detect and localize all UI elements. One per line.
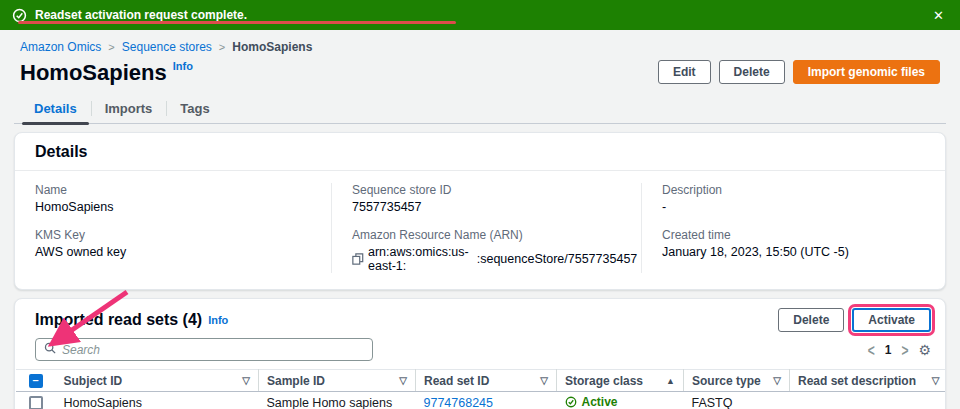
copy-icon[interactable] (352, 253, 364, 265)
cell-description (790, 392, 947, 409)
pagination: < 1 > ⚙ (868, 342, 931, 358)
col-storage-class[interactable]: Storage class▲ (557, 370, 684, 392)
status-check-icon (565, 396, 577, 408)
breadcrumb-amazon-omics[interactable]: Amazon Omics (20, 40, 101, 54)
header-actions: Edit Delete Import genomic files (658, 60, 940, 84)
read-sets-count: (4) (183, 311, 203, 328)
page-header: HomoSapiens Info Edit Delete Import geno… (14, 56, 946, 86)
field-arn: Amazon Resource Name (ARN) arn:aws:omics… (352, 228, 621, 273)
search-icon (44, 342, 56, 357)
breadcrumb-current: HomoSapiens (232, 40, 312, 54)
field-store-id-value: 7557735457 (352, 200, 621, 214)
table-header-row: Subject ID▽ Sample ID▽ Read set ID▽ Stor… (16, 370, 947, 392)
cell-read-set-id: 9774768245 (416, 392, 557, 409)
col-source-type[interactable]: Source type▽ (684, 370, 790, 392)
delete-button[interactable]: Delete (719, 60, 785, 84)
cell-source-type: FASTQ (684, 392, 790, 409)
field-name: Name HomoSapiens (35, 183, 311, 214)
arn-prefix: arn:aws:omics:us-east-1: (368, 245, 469, 273)
main-content: Amazon Omics > Sequence stores > HomoSap… (0, 30, 960, 409)
filter-icon[interactable]: ▽ (399, 375, 407, 386)
filter-icon[interactable]: ▽ (773, 375, 781, 386)
col-subject-id[interactable]: Subject ID▽ (56, 370, 259, 392)
details-body: Name HomoSapiens KMS Key AWS owned key S… (15, 171, 945, 289)
cell-storage-class: Active (557, 392, 684, 409)
field-description: Description - (662, 183, 925, 214)
tab-tags[interactable]: Tags (166, 96, 223, 123)
filter-icon[interactable]: ▽ (242, 375, 250, 386)
search-box[interactable] (35, 338, 373, 361)
field-created-label: Created time (662, 228, 925, 242)
read-sets-card: Imported read sets (4) Info Delete Activ… (14, 298, 946, 409)
field-kms-label: KMS Key (35, 228, 311, 242)
read-sets-actions: Delete Activate (778, 308, 931, 332)
title-info-link[interactable]: Info (173, 60, 193, 72)
field-created-value: January 18, 2023, 15:50 (UTC -5) (662, 245, 925, 259)
field-name-value: HomoSapiens (35, 200, 311, 214)
read-sets-table: Subject ID▽ Sample ID▽ Read set ID▽ Stor… (15, 369, 946, 409)
breadcrumb-separator-icon: > (219, 41, 225, 53)
filter-icon[interactable]: ▽ (540, 375, 548, 386)
field-store-id: Sequence store ID 7557735457 (352, 183, 621, 214)
breadcrumb-separator-icon: > (108, 41, 114, 53)
field-arn-label: Amazon Resource Name (ARN) (352, 228, 621, 242)
import-genomic-files-button[interactable]: Import genomic files (793, 60, 940, 84)
table-row: HomoSapiens Sample Homo sapiens 97747682… (16, 392, 947, 409)
field-kms-value: AWS owned key (35, 245, 311, 259)
settings-gear-icon[interactable]: ⚙ (918, 342, 931, 358)
arn-suffix: :sequenceStore/7557735457 (477, 252, 638, 266)
read-sets-toolbar: < 1 > ⚙ (15, 336, 945, 369)
sort-asc-icon[interactable]: ▲ (666, 376, 675, 386)
field-name-label: Name (35, 183, 311, 197)
field-created-time: Created time January 18, 2023, 15:50 (UT… (662, 228, 925, 259)
col-sample-id[interactable]: Sample ID▽ (259, 370, 416, 392)
details-card-title: Details (35, 143, 87, 161)
cell-subject-id: HomoSapiens (56, 392, 259, 409)
page-title: HomoSapiens (20, 60, 167, 86)
next-page-icon[interactable]: > (901, 340, 908, 360)
read-sets-header: Imported read sets (4) Info Delete Activ… (15, 299, 945, 336)
banner-message: Readset activation request complete. (35, 8, 247, 22)
field-kms-key: KMS Key AWS owned key (35, 228, 311, 259)
read-sets-title: Imported read sets (4) (35, 311, 202, 329)
edit-button[interactable]: Edit (658, 60, 711, 84)
tab-details[interactable]: Details (20, 96, 91, 123)
success-banner: Readset activation request complete. ✕ (0, 0, 960, 30)
field-store-id-label: Sequence store ID (352, 183, 621, 197)
details-card-header: Details (15, 133, 945, 171)
breadcrumb-sequence-stores[interactable]: Sequence stores (122, 40, 212, 54)
banner-close-icon[interactable]: ✕ (929, 8, 948, 23)
current-page[interactable]: 1 (885, 343, 892, 357)
filter-icon[interactable]: ▽ (932, 375, 940, 386)
annotation-underline (18, 21, 456, 24)
col-read-set-id[interactable]: Read set ID▽ (416, 370, 557, 392)
field-description-label: Description (662, 183, 925, 197)
cell-sample-id: Sample Homo sapiens (259, 392, 416, 409)
read-sets-delete-button[interactable]: Delete (778, 308, 844, 332)
field-description-value: - (662, 200, 925, 214)
read-sets-info-link[interactable]: Info (208, 314, 228, 326)
tab-imports[interactable]: Imports (91, 96, 167, 123)
breadcrumb: Amazon Omics > Sequence stores > HomoSap… (14, 38, 946, 56)
search-input[interactable] (62, 343, 364, 357)
prev-page-icon[interactable]: < (868, 340, 875, 360)
field-arn-value: arn:aws:omics:us-east-1::sequenceStore/7… (352, 245, 621, 273)
read-set-id-link[interactable]: 9774768245 (424, 396, 494, 409)
col-read-set-description[interactable]: Read set description▽ (790, 370, 947, 392)
details-card: Details Name HomoSapiens KMS Key AWS own… (14, 132, 946, 290)
row-checkbox[interactable] (29, 396, 43, 409)
activate-button[interactable]: Activate (852, 308, 931, 332)
tab-bar: Details Imports Tags (14, 96, 946, 124)
select-all-checkbox[interactable] (29, 374, 43, 388)
